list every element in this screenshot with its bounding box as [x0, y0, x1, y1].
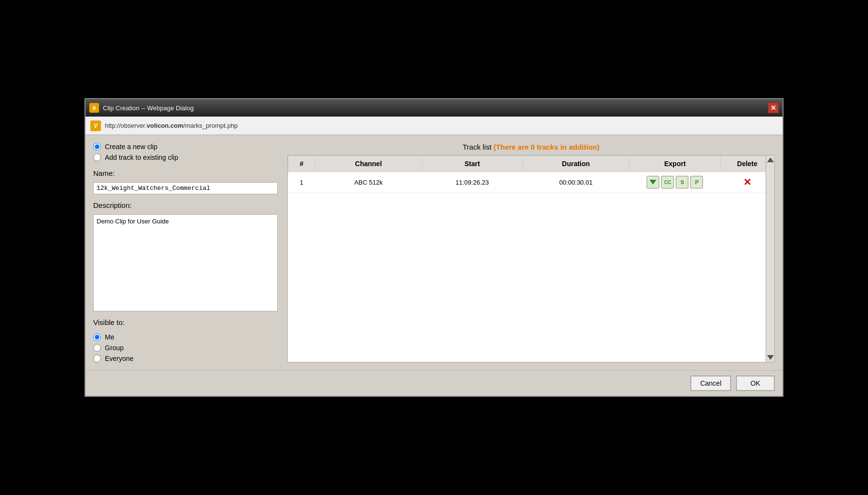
- visible-options-group: Me Group Everyone: [93, 333, 278, 362]
- scroll-up-button[interactable]: [767, 157, 774, 162]
- dialog-window: e Clip Creation -- Webpage Dialog ✕ V ht…: [84, 98, 784, 397]
- visible-group-radio[interactable]: [93, 344, 101, 352]
- clip-options-group: Create a new clip Add track to existing …: [93, 143, 278, 161]
- left-panel: Create a new clip Add track to existing …: [93, 143, 278, 362]
- dialog-body: Create a new clip Add track to existing …: [85, 135, 783, 370]
- export-p-button[interactable]: P: [690, 176, 703, 188]
- title-bar-left: e Clip Creation -- Webpage Dialog: [89, 103, 194, 113]
- visible-group-label: Group: [105, 344, 124, 352]
- cell-duration: 00:00:30.01: [522, 172, 630, 193]
- visible-everyone-label: Everyone: [105, 355, 134, 362]
- col-number: #: [288, 156, 315, 172]
- track-table: # Channel Start Duration Export Delete 1…: [288, 155, 774, 193]
- table-body: 1 ABC 512k 11:09:26.23 00:00:30.01 CC: [288, 172, 774, 193]
- browser-icon: e: [89, 103, 99, 113]
- col-start: Start: [422, 156, 522, 172]
- export-icons: CC S P: [634, 176, 716, 188]
- cell-export: CC S P: [630, 172, 721, 193]
- add-track-radio[interactable]: [93, 154, 101, 161]
- table-header-row: # Channel Start Duration Export Delete: [288, 156, 774, 172]
- track-list-header: Track list (There are 0 tracks in additi…: [287, 143, 775, 151]
- ok-button[interactable]: OK: [736, 376, 775, 391]
- description-textarea[interactable]: Demo Clip for User Guide: [93, 214, 278, 311]
- table-row: 1 ABC 512k 11:09:26.23 00:00:30.01 CC: [288, 172, 774, 193]
- delete-button[interactable]: ✕: [743, 177, 751, 188]
- create-new-clip-radio[interactable]: [93, 143, 101, 151]
- cell-number: 1: [288, 172, 315, 193]
- col-export: Export: [630, 156, 721, 172]
- export-download-button[interactable]: [647, 176, 659, 188]
- export-cc-button[interactable]: CC: [661, 176, 674, 188]
- visible-everyone-option[interactable]: Everyone: [93, 355, 278, 362]
- add-track-option[interactable]: Add track to existing clip: [93, 154, 278, 161]
- visible-everyone-radio[interactable]: [93, 355, 101, 362]
- title-bar: e Clip Creation -- Webpage Dialog ✕: [85, 99, 783, 117]
- footer: Cancel OK: [85, 370, 783, 396]
- right-panel: Track list (There are 0 tracks in additi…: [287, 143, 775, 362]
- create-new-clip-label: Create a new clip: [105, 143, 157, 151]
- close-button[interactable]: ✕: [768, 102, 779, 113]
- cell-channel: ABC 512k: [315, 172, 422, 193]
- col-duration: Duration: [522, 156, 630, 172]
- cell-start: 11:09:26.23: [422, 172, 522, 193]
- table-header: # Channel Start Duration Export Delete: [288, 156, 774, 172]
- visible-me-option[interactable]: Me: [93, 333, 278, 341]
- track-table-container: # Channel Start Duration Export Delete 1…: [287, 155, 775, 362]
- address-bar: V http://observer.volicon.com/marks_prom…: [85, 117, 783, 135]
- visible-group-option[interactable]: Group: [93, 344, 278, 352]
- address-bar-icon: V: [90, 120, 101, 131]
- description-label: Description:: [93, 201, 278, 209]
- export-s-button[interactable]: S: [676, 176, 688, 188]
- address-url: http://observer.volicon.com/marks_prompt…: [105, 122, 238, 129]
- col-channel: Channel: [315, 156, 422, 172]
- name-label: Name:: [93, 169, 278, 177]
- cancel-button[interactable]: Cancel: [690, 376, 731, 391]
- scrollbar[interactable]: [766, 155, 774, 362]
- name-input[interactable]: [93, 182, 278, 194]
- visible-me-label: Me: [105, 333, 114, 341]
- download-arrow-icon: [650, 180, 656, 185]
- title-bar-text: Clip Creation -- Webpage Dialog: [103, 104, 194, 112]
- scroll-down-button[interactable]: [767, 355, 774, 360]
- visible-to-label: Visible to:: [93, 318, 278, 326]
- create-new-clip-option[interactable]: Create a new clip: [93, 143, 278, 151]
- visible-me-radio[interactable]: [93, 333, 101, 341]
- track-list-note: (There are 0 tracks in addition): [494, 143, 600, 151]
- add-track-label: Add track to existing clip: [105, 154, 178, 161]
